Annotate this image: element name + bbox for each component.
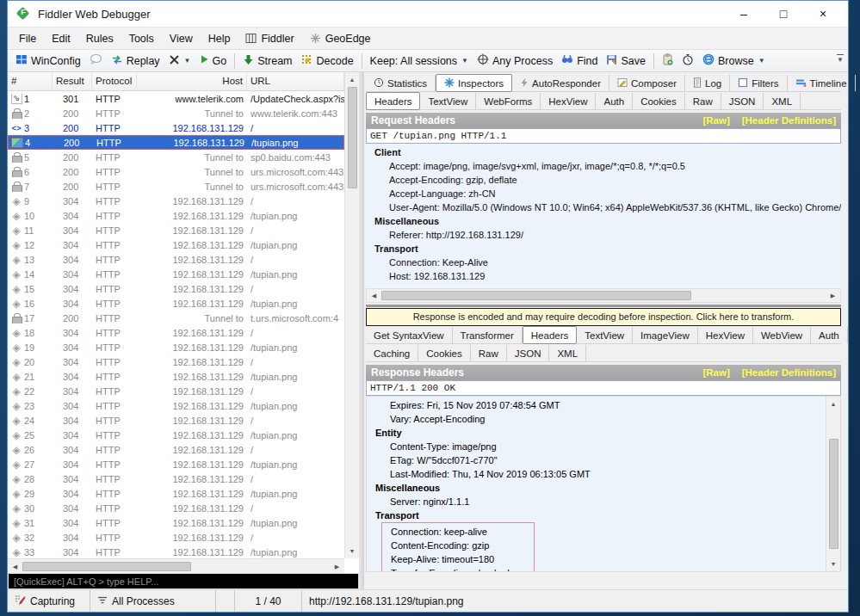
header-item[interactable]: Content-Type: image/png	[367, 440, 826, 453]
header-item[interactable]: Referer: http://192.168.131.129/	[366, 228, 841, 242]
request-tab-xml[interactable]: XML	[764, 93, 801, 109]
quickexec-input[interactable]: [QuickExec] ALT+Q > type HELP...	[8, 573, 359, 589]
response-vscrollbar[interactable]: ▲ ▼	[826, 397, 840, 571]
tab-autoresponder[interactable]: AutoResponder	[512, 75, 609, 91]
response-tab-caching[interactable]: Caching	[366, 345, 418, 361]
group-name[interactable]: Transport	[367, 508, 826, 522]
request-tab-textview[interactable]: TextView	[420, 93, 476, 109]
any-process-button[interactable]: Any Process	[473, 52, 557, 70]
table-row[interactable]: 23304HTTP192.168.131.129/tupian.png	[8, 398, 344, 413]
table-row[interactable]: 11304HTTP192.168.131.129/	[8, 223, 344, 237]
hscroll-thumb[interactable]	[22, 562, 191, 571]
request-tab-json[interactable]: JSON	[721, 93, 764, 109]
header-item[interactable]: User-Agent: Mozilla/5.0 (Windows NT 10.0…	[366, 200, 841, 214]
toolbar-overflow-button[interactable]: ▼	[834, 54, 846, 63]
table-row[interactable]: 15304HTTP192.168.131.129/	[8, 281, 344, 296]
comment-button[interactable]	[85, 52, 107, 70]
header-item[interactable]: Expires: Fri, 15 Nov 2019 07:48:54 GMT	[367, 398, 826, 412]
table-row[interactable]: 25304HTTP192.168.131.129/tupian.png	[8, 428, 344, 442]
table-row[interactable]: 1301HTTPwww.telerik.com/UpdateCheck.aspx…	[8, 91, 344, 106]
group-name[interactable]: Miscellaneous	[367, 481, 826, 495]
request-line[interactable]: GET /tupian.png HTTP/1.1	[366, 128, 841, 144]
group-name[interactable]: Miscellaneous	[366, 214, 841, 228]
response-tab-xml[interactable]: XML	[549, 345, 586, 361]
table-row[interactable]: 19304HTTP192.168.131.129/tupian.png	[8, 340, 344, 354]
header-definitions-link[interactable]: [Header Definitions]	[742, 115, 836, 126]
table-row[interactable]: 3200HTTP192.168.131.129/	[8, 120, 344, 135]
scroll-up-icon[interactable]: ▲	[826, 397, 841, 411]
menu-file[interactable]: File	[11, 30, 44, 47]
tab-inspectors[interactable]: Inspectors	[436, 74, 512, 92]
scroll-left-icon[interactable]: ◀	[367, 288, 381, 303]
response-tab-json[interactable]: JSON	[507, 345, 550, 361]
scroll-right-icon[interactable]: ▶	[330, 559, 344, 574]
request-hscrollbar[interactable]: ◀ ▶	[366, 288, 841, 303]
request-tab-auth[interactable]: Auth	[596, 93, 633, 109]
column-header-url[interactable]: URL	[247, 72, 344, 90]
find-button[interactable]: Find	[557, 52, 602, 69]
save-button[interactable]: Save	[602, 52, 650, 70]
encoding-warning-banner[interactable]: Response is encoded and may require deco…	[366, 308, 841, 326]
raw-link[interactable]: [Raw]	[702, 115, 729, 126]
tab-filters[interactable]: Filters	[730, 75, 787, 91]
request-tab-cookies[interactable]: Cookies	[633, 93, 685, 109]
timer-button[interactable]	[677, 52, 698, 70]
process-filter[interactable]: All Processes	[90, 590, 216, 612]
scroll-up-icon[interactable]: ▲	[345, 72, 360, 87]
hscroll-thumb[interactable]	[381, 291, 691, 300]
browse-button[interactable]: Browse ▼	[698, 52, 770, 70]
column-header-num[interactable]: #	[8, 72, 53, 90]
response-tab-headers[interactable]: Headers	[523, 326, 577, 344]
response-tab-textview[interactable]: TextView	[577, 327, 633, 343]
group-name[interactable]: Transport	[366, 242, 841, 256]
tab-log[interactable]: Log	[685, 75, 730, 91]
request-tab-webforms[interactable]: WebForms	[476, 93, 541, 109]
header-item[interactable]: Connection: Keep-Alive	[366, 256, 841, 269]
table-row[interactable]: 2200HTTPTunnel towww.telerik.com:443	[8, 106, 344, 120]
maximize-button[interactable]: □	[764, 7, 803, 21]
table-row[interactable]: 7200HTTPTunnel tours.microsoft.com:443	[8, 179, 344, 194]
header-item[interactable]: Server: nginx/1.1.1	[367, 495, 826, 508]
header-item[interactable]: Keep-Alive: timeout=180	[382, 552, 510, 566]
table-row[interactable]: 20304HTTP192.168.131.129/	[8, 354, 344, 369]
menu-edit[interactable]: Edit	[44, 30, 78, 47]
go-button[interactable]: Go	[195, 52, 232, 69]
tab-composer[interactable]: Composer	[609, 75, 685, 91]
request-tab-headers[interactable]: Headers	[366, 92, 420, 110]
menu-geoedge[interactable]: GeoEdge	[302, 30, 379, 47]
header-item[interactable]: Last-Modified: Thu, 14 Nov 2019 06:13:05…	[367, 467, 826, 481]
table-row[interactable]: 32304HTTP192.168.131.129/	[8, 530, 344, 545]
header-item[interactable]: Content-Encoding: gzip	[382, 539, 510, 552]
column-header-host[interactable]: Host	[137, 72, 247, 90]
header-item[interactable]: Accept-Language: zh-CN	[366, 187, 841, 200]
scroll-down-icon[interactable]: ▼	[345, 544, 360, 558]
table-row[interactable]: 29304HTTP192.168.131.129/tupian.png	[8, 486, 344, 501]
menu-view[interactable]: View	[162, 30, 201, 47]
response-tab-hexview[interactable]: HexView	[698, 327, 753, 343]
replay-button[interactable]: Replay	[107, 52, 164, 70]
header-item[interactable]: Transfer-Encoding: chunked	[382, 566, 510, 571]
decode-button[interactable]: Decode	[297, 52, 358, 70]
request-tab-raw[interactable]: Raw	[685, 93, 721, 109]
clipboard-button[interactable]	[658, 52, 677, 70]
table-row[interactable]: 22304HTTP192.168.131.129/	[8, 384, 344, 398]
response-tab-imageview[interactable]: ImageView	[633, 327, 698, 343]
table-row[interactable]: 31304HTTP192.168.131.129/tupian.png	[8, 515, 344, 530]
header-definitions-link[interactable]: [Header Definitions]	[742, 367, 836, 378]
raw-link[interactable]: [Raw]	[702, 367, 729, 378]
stream-button[interactable]: Stream	[238, 52, 296, 70]
response-tab-syntaxview[interactable]: Get SyntaxView	[366, 327, 453, 343]
response-tab-auth[interactable]: Auth	[811, 327, 848, 343]
scroll-left-icon[interactable]: ◀	[8, 559, 22, 574]
response-status-line[interactable]: HTTP/1.1 200 OK	[366, 380, 841, 396]
vscroll-thumb[interactable]	[348, 87, 357, 188]
tab-timeline[interactable]: Timeline	[788, 75, 856, 91]
close-button[interactable]: ×	[803, 7, 843, 21]
menu-tools[interactable]: Tools	[121, 30, 162, 47]
response-tab-raw[interactable]: Raw	[471, 345, 507, 361]
scroll-down-icon[interactable]: ▼	[826, 557, 841, 571]
table-row[interactable]: 9304HTTP192.168.131.129/	[8, 194, 344, 208]
header-item[interactable]: ETag: W/"5dccf071-c770"	[367, 453, 826, 467]
column-header-protocol[interactable]: Protocol	[92, 72, 137, 90]
table-row[interactable]: 17200HTTPTunnel tot.urs.microsoft.com:4	[8, 311, 344, 325]
